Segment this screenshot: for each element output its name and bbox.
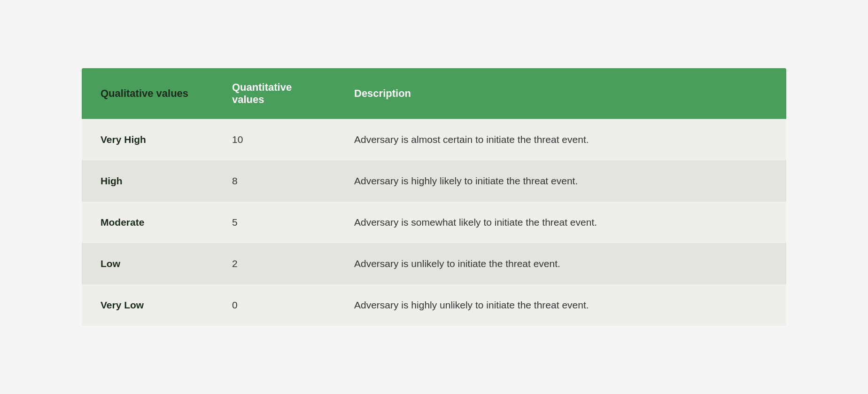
cell-quantitative: 8 [213, 160, 335, 202]
cell-description: Adversary is highly unlikely to initiate… [335, 284, 786, 326]
cell-description: Adversary is somewhat likely to initiate… [335, 202, 786, 243]
cell-description: Adversary is almost certain to initiate … [335, 119, 786, 160]
cell-qualitative: High [82, 160, 213, 202]
table-row: Very High10Adversary is almost certain t… [82, 119, 786, 160]
header-qualitative: Qualitative values [82, 68, 213, 119]
data-table: Qualitative values Quantitative values D… [82, 68, 786, 326]
table-row: Moderate5Adversary is somewhat likely to… [82, 202, 786, 243]
table-row: Low2Adversary is unlikely to initiate th… [82, 243, 786, 284]
main-table-container: Qualitative values Quantitative values D… [82, 68, 786, 326]
table-header-row: Qualitative values Quantitative values D… [82, 68, 786, 119]
cell-qualitative: Very High [82, 119, 213, 160]
cell-quantitative: 0 [213, 284, 335, 326]
cell-quantitative: 10 [213, 119, 335, 160]
cell-quantitative: 2 [213, 243, 335, 284]
cell-qualitative: Moderate [82, 202, 213, 243]
cell-quantitative: 5 [213, 202, 335, 243]
table-row: Very Low0Adversary is highly unlikely to… [82, 284, 786, 326]
table-body: Very High10Adversary is almost certain t… [82, 119, 786, 326]
header-description: Description [335, 68, 786, 119]
cell-description: Adversary is highly likely to initiate t… [335, 160, 786, 202]
table-row: High8Adversary is highly likely to initi… [82, 160, 786, 202]
header-quantitative: Quantitative values [213, 68, 335, 119]
cell-qualitative: Very Low [82, 284, 213, 326]
cell-qualitative: Low [82, 243, 213, 284]
cell-description: Adversary is unlikely to initiate the th… [335, 243, 786, 284]
